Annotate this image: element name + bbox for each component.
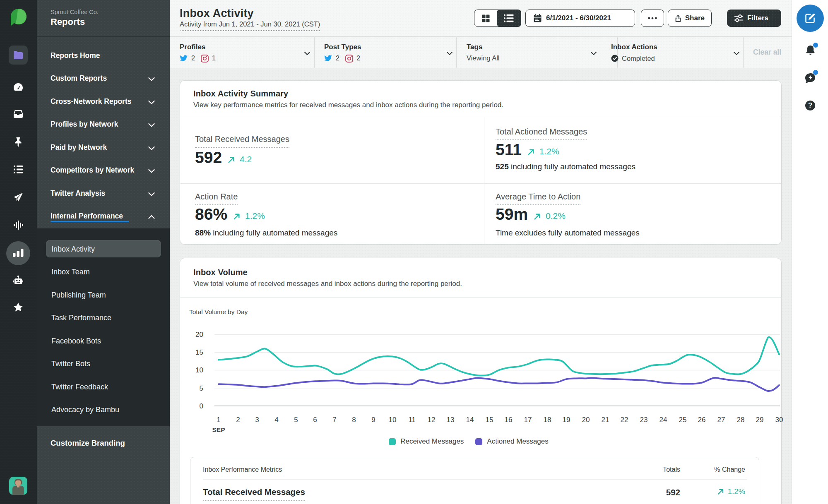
svg-text:28: 28 xyxy=(737,416,745,424)
svg-text:0: 0 xyxy=(200,402,203,410)
svg-text:14: 14 xyxy=(466,416,474,424)
svg-text:18: 18 xyxy=(544,416,551,424)
svg-text:SEP: SEP xyxy=(212,426,225,433)
svg-text:30: 30 xyxy=(775,416,783,424)
svg-text:4: 4 xyxy=(274,416,278,424)
svg-text:5: 5 xyxy=(200,384,203,392)
svg-text:8: 8 xyxy=(352,416,356,424)
svg-text:9: 9 xyxy=(371,416,375,424)
svg-text:20: 20 xyxy=(582,416,590,424)
svg-text:15: 15 xyxy=(195,348,203,356)
svg-text:11: 11 xyxy=(408,416,416,424)
svg-text:29: 29 xyxy=(756,416,764,424)
svg-text:3: 3 xyxy=(255,416,259,424)
svg-text:10: 10 xyxy=(195,366,203,374)
svg-text:16: 16 xyxy=(505,416,513,424)
svg-text:12: 12 xyxy=(428,416,436,424)
svg-text:10: 10 xyxy=(389,416,397,424)
svg-text:21: 21 xyxy=(602,416,609,424)
svg-text:15: 15 xyxy=(486,416,493,424)
svg-text:2: 2 xyxy=(236,416,240,424)
svg-text:26: 26 xyxy=(698,416,706,424)
svg-text:7: 7 xyxy=(332,416,336,424)
svg-text:25: 25 xyxy=(679,416,687,424)
svg-text:22: 22 xyxy=(621,416,628,424)
svg-text:5: 5 xyxy=(294,416,298,424)
svg-text:17: 17 xyxy=(524,416,532,424)
svg-text:6: 6 xyxy=(313,416,317,424)
svg-text:13: 13 xyxy=(447,416,455,424)
svg-text:23: 23 xyxy=(640,416,648,424)
svg-text:24: 24 xyxy=(660,416,667,424)
svg-text:20: 20 xyxy=(195,331,203,338)
svg-text:27: 27 xyxy=(717,416,725,424)
svg-text:1: 1 xyxy=(217,416,220,424)
svg-text:19: 19 xyxy=(563,416,570,424)
